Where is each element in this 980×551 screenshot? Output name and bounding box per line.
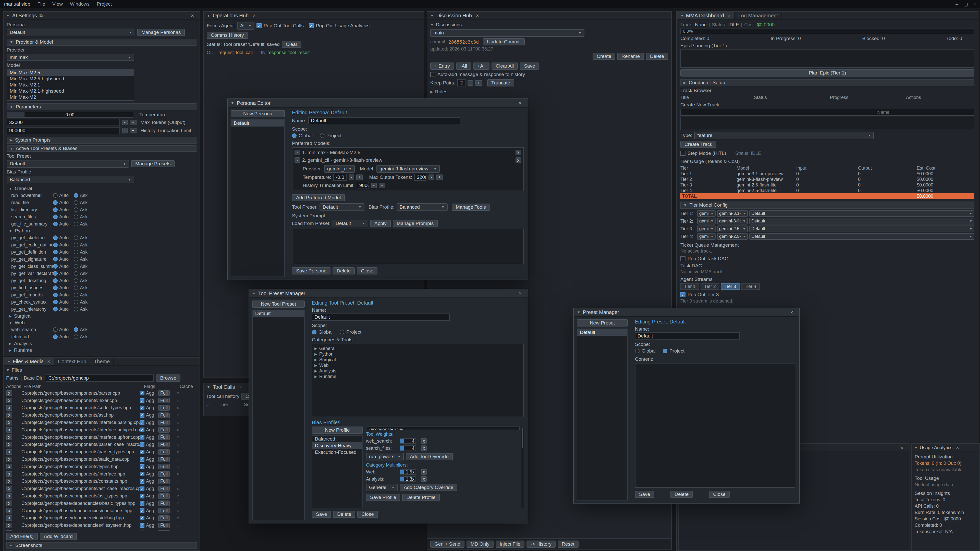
entry--entry[interactable]: + Entry xyxy=(430,62,454,70)
bias-profile-list-item[interactable]: Discovery-Heavy xyxy=(312,442,363,449)
pe-bias-profile-dropdown[interactable]: Balanced▼ xyxy=(396,203,448,211)
collapse-caret-icon[interactable]: ▼ xyxy=(430,14,434,17)
add-files-button[interactable]: Add File(s) xyxy=(6,533,38,540)
remove-file-button[interactable]: x xyxy=(6,530,12,531)
entry-save[interactable]: Save xyxy=(520,62,539,70)
ask-radio[interactable] xyxy=(74,334,78,339)
discussion-select-dropdown[interactable]: main▼ xyxy=(430,29,584,37)
history-limit-increment-button[interactable]: + xyxy=(130,128,137,133)
pe-max-tokens-input[interactable]: 32000 xyxy=(414,174,426,181)
preset-manager-close-icon[interactable]: × xyxy=(787,310,796,315)
pm-name-input[interactable] xyxy=(635,332,740,340)
full-cache-button[interactable]: Full xyxy=(158,405,170,411)
persona-list-item[interactable]: Default xyxy=(231,120,284,127)
agg-checkbox[interactable]: ✓ xyxy=(140,486,145,491)
auto-radio[interactable] xyxy=(53,235,58,240)
ask-radio[interactable] xyxy=(74,307,78,311)
category-node-runtime[interactable]: ▶Runtime xyxy=(314,374,521,380)
auto-radio[interactable] xyxy=(53,327,58,332)
remove-tool-weight-button[interactable]: x xyxy=(421,445,427,451)
files-subheader[interactable]: ▼Files xyxy=(6,367,197,373)
base-dir-input[interactable] xyxy=(46,375,154,382)
collapse-caret-icon[interactable]: ▼ xyxy=(6,14,10,17)
agg-checkbox[interactable]: ✓ xyxy=(140,442,145,447)
ask-radio[interactable] xyxy=(74,222,78,226)
auto-radio[interactable] xyxy=(53,200,58,205)
add-preferred-model-button[interactable]: Add Preferred Model xyxy=(292,194,345,201)
remove-file-button[interactable]: x xyxy=(6,508,12,513)
collapse-caret-icon[interactable]: ▼ xyxy=(207,14,210,17)
agg-checkbox[interactable]: ✓ xyxy=(140,464,145,469)
persona-editor-close-icon[interactable]: × xyxy=(515,100,525,106)
model-option[interactable]: MiniMax-M2.5-highspeed xyxy=(7,76,134,82)
tpm-save-button[interactable]: Save xyxy=(312,511,331,518)
create-track-button[interactable]: Create Track xyxy=(680,141,716,148)
category-multiplier-value-widget[interactable]: 1.5x xyxy=(400,469,416,475)
agg-checkbox[interactable]: ✓ xyxy=(140,450,145,454)
agg-checkbox[interactable]: ✓ xyxy=(140,479,145,484)
remove-file-button[interactable]: x xyxy=(6,413,12,418)
agg-checkbox[interactable]: ✓ xyxy=(140,421,145,425)
remove-file-button[interactable]: x xyxy=(6,486,12,492)
remove-file-button[interactable]: x xyxy=(6,420,12,426)
category-node-web[interactable]: ▶Web xyxy=(314,362,521,368)
remove-file-button[interactable]: x xyxy=(6,449,12,455)
full-cache-button[interactable]: Full xyxy=(158,508,170,513)
manage-presets-button[interactable]: Manage Presets xyxy=(131,160,175,167)
tpm-scope-project-radio[interactable] xyxy=(340,330,344,334)
pe-tool-preset-dropdown[interactable]: Default▼ xyxy=(320,203,364,211)
discussion-delete[interactable]: Delete xyxy=(646,53,668,60)
remove-file-button[interactable]: x xyxy=(6,405,12,411)
remove-file-button[interactable]: x xyxy=(6,390,12,396)
history-limit-decrement-button[interactable]: - xyxy=(122,128,127,133)
pe-model-dropdown[interactable]: gemini-3-flash-preview▼ xyxy=(376,165,440,173)
collapse-caret-icon[interactable]: ▼ xyxy=(231,101,234,105)
tool-section-web[interactable]: ▼Web xyxy=(6,319,197,326)
tool-weight-value-widget[interactable]: 4 xyxy=(400,445,416,451)
reorder-model-button[interactable]: - xyxy=(294,150,300,156)
tab-theme[interactable]: Theme xyxy=(90,358,114,365)
new-profile-button[interactable]: New Profile xyxy=(312,427,363,433)
track-name-input[interactable]: Name xyxy=(680,109,974,116)
new-persona-button[interactable]: New Persona xyxy=(231,110,285,118)
auto-radio[interactable] xyxy=(53,271,58,276)
category-node-python[interactable]: ▶Python xyxy=(314,351,521,357)
tab-mma-dashboard[interactable]: ▼MMA Dashboard× xyxy=(677,12,735,19)
delete-profile-button[interactable]: Delete Profile xyxy=(402,494,439,501)
full-cache-button[interactable]: Full xyxy=(158,471,170,477)
preset-content-textarea[interactable] xyxy=(635,363,795,488)
collapse-caret-icon[interactable]: ▼ xyxy=(914,446,918,450)
remove-file-button[interactable]: x xyxy=(6,457,12,462)
tool-section-runtime[interactable]: ▶Runtime xyxy=(6,347,197,354)
stream-tab-tier-3[interactable]: Tier 3 xyxy=(721,283,740,290)
full-cache-button[interactable]: Full xyxy=(158,390,170,396)
composer--history[interactable]: -> History xyxy=(527,540,555,548)
tool-calls-close-icon[interactable]: × xyxy=(239,384,242,390)
auto-radio[interactable] xyxy=(53,250,58,254)
stream-tab-tier-4[interactable]: Tier 4 xyxy=(741,283,760,290)
ask-radio[interactable] xyxy=(74,327,78,332)
agg-checkbox[interactable]: ✓ xyxy=(140,472,145,476)
remove-model-button[interactable]: x xyxy=(515,150,521,156)
tool-preset-list-item[interactable]: Default xyxy=(253,310,304,317)
popout-icon[interactable]: ⧉ xyxy=(40,13,43,18)
remove-file-button[interactable]: x xyxy=(6,427,12,433)
agg-checkbox[interactable]: ✓ xyxy=(140,530,145,531)
ask-radio[interactable] xyxy=(74,286,78,290)
composer-inject-file[interactable]: Inject File xyxy=(496,540,525,548)
ask-radio[interactable] xyxy=(74,250,78,254)
profile-name-input[interactable]: Discovery-Heavy xyxy=(366,427,520,430)
browse-button[interactable]: Browse xyxy=(156,375,180,382)
tier-model-dropdown[interactable]: gemini-2.5-flash-lite▼ xyxy=(717,233,748,240)
persona-scope-global-radio[interactable] xyxy=(292,133,297,138)
manage-personas-button[interactable]: Manage Personas xyxy=(137,29,185,36)
remove-file-button[interactable]: x xyxy=(6,478,12,484)
tier-preset-dropdown[interactable]: Default▼ xyxy=(749,225,974,232)
bias-profile-list-item[interactable]: Execution-Focused xyxy=(312,449,363,456)
tier-usage-row[interactable]: Tier 4gemini-2.5-flash-lite00$0.0000 xyxy=(680,188,974,193)
agg-checkbox[interactable]: ✓ xyxy=(140,523,145,528)
agg-checkbox[interactable]: ✓ xyxy=(140,457,145,462)
tpm-scope-global-radio[interactable] xyxy=(312,330,317,334)
tab-log-management[interactable]: Log Management xyxy=(735,12,782,19)
slider-handle[interactable] xyxy=(7,112,24,118)
